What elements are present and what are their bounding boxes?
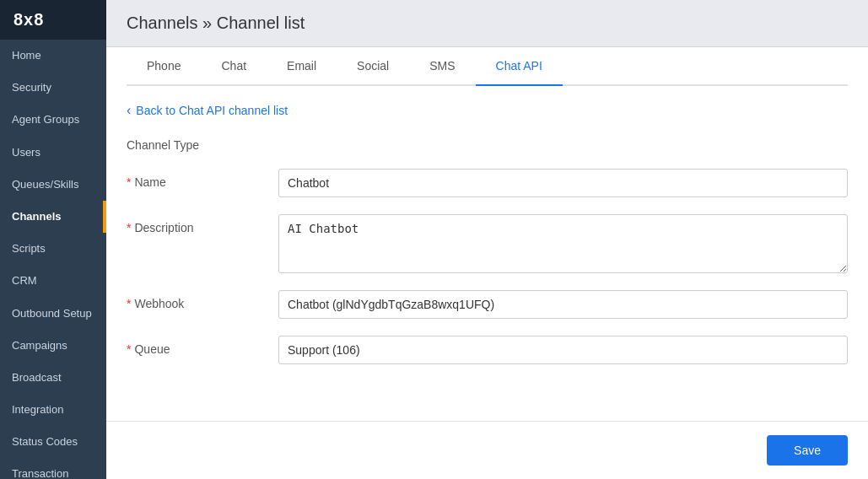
footer-actions: Save: [106, 421, 868, 479]
section-title: Channel Type: [127, 138, 848, 152]
queue-required-star: *: [127, 342, 131, 356]
name-field-row: *Name: [127, 169, 848, 197]
channel-tabs: Phone Chat Email Social SMS Chat API: [127, 47, 848, 86]
sidebar-item-crm[interactable]: CRM: [0, 265, 106, 297]
sidebar-item-transaction-codes[interactable]: Transaction Codes: [0, 458, 106, 479]
queue-label: *Queue: [127, 336, 278, 356]
description-field-row: *Description: [127, 214, 848, 273]
name-label: *Name: [127, 169, 278, 189]
back-link-text: Back to Chat API channel list: [136, 104, 288, 117]
tab-social[interactable]: Social: [337, 47, 409, 84]
webhook-field-row: *Webhook: [127, 290, 848, 319]
sidebar-item-users[interactable]: Users: [0, 137, 106, 169]
sidebar-item-scripts[interactable]: Scripts: [0, 233, 106, 265]
sidebar: 8x8 Home Security Agent Groups Users Que…: [0, 0, 106, 479]
queue-input[interactable]: [278, 336, 848, 364]
sidebar-item-broadcast[interactable]: Broadcast: [0, 362, 106, 394]
sidebar-item-status-codes[interactable]: Status Codes: [0, 426, 106, 458]
tab-chat[interactable]: Chat: [201, 47, 267, 84]
webhook-input[interactable]: [278, 290, 848, 319]
page-header: Channels » Channel list: [106, 0, 868, 47]
main-content: Channels » Channel list Phone Chat Email…: [106, 0, 868, 479]
description-required-star: *: [127, 221, 131, 234]
name-required-star: *: [127, 175, 131, 189]
back-link[interactable]: ‹ Back to Chat API channel list: [127, 103, 848, 118]
sidebar-item-agent-groups[interactable]: Agent Groups: [0, 104, 106, 136]
sidebar-item-outbound-setup[interactable]: Outbound Setup: [0, 298, 106, 330]
tab-chat-api[interactable]: Chat API: [476, 47, 563, 84]
app-logo: 8x8: [0, 0, 106, 40]
webhook-label: *Webhook: [127, 290, 278, 310]
sidebar-item-security[interactable]: Security: [0, 72, 106, 104]
save-button[interactable]: Save: [767, 435, 848, 466]
sidebar-item-campaigns[interactable]: Campaigns: [0, 330, 106, 362]
tab-phone[interactable]: Phone: [127, 47, 201, 84]
description-label: *Description: [127, 214, 278, 234]
page-title: Channels » Channel list: [127, 13, 848, 33]
tab-email[interactable]: Email: [267, 47, 337, 84]
name-input[interactable]: [278, 169, 848, 197]
sidebar-item-queues-skills[interactable]: Queues/Skills: [0, 169, 106, 201]
sidebar-item-integration[interactable]: Integration: [0, 394, 106, 426]
content-area: Phone Chat Email Social SMS Chat API ‹ B…: [106, 47, 868, 421]
sidebar-item-channels[interactable]: Channels: [0, 201, 106, 233]
webhook-required-star: *: [127, 297, 131, 310]
tab-sms[interactable]: SMS: [409, 47, 475, 84]
queue-field-row: *Queue: [127, 336, 848, 364]
back-arrow-icon: ‹: [127, 103, 131, 118]
description-input[interactable]: [278, 214, 848, 273]
sidebar-item-home[interactable]: Home: [0, 40, 106, 72]
